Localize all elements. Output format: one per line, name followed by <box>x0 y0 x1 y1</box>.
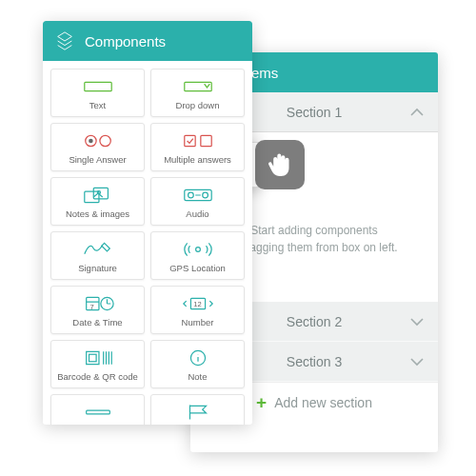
component-tile-gps-location[interactable]: GPS Location <box>150 231 245 280</box>
component-tile-number[interactable]: Number <box>150 286 245 334</box>
components-grid: TextDrop downSingle AnswerMultiple answe… <box>43 61 252 425</box>
audio-icon <box>181 185 215 206</box>
component-tile-barcode-qr-code[interactable]: Barcode & QR code <box>50 340 145 388</box>
chevron-up-icon <box>409 106 425 121</box>
components-panel: Components TextDrop downSingle AnswerMul… <box>43 21 252 425</box>
components-title: Components <box>85 33 166 50</box>
info-icon <box>181 347 215 368</box>
tile-label: Signature <box>78 263 117 273</box>
chevron-down-icon <box>409 355 425 370</box>
component-tile-date-time[interactable]: Date & Time <box>50 286 145 334</box>
barcode-icon <box>81 347 115 368</box>
date-icon <box>81 293 115 314</box>
tile-label: Text <box>89 100 106 110</box>
grab-hand-icon <box>255 140 305 189</box>
component-tile-signature[interactable]: Signature <box>50 231 145 280</box>
tile-label: Note <box>188 371 207 382</box>
component-tile-note[interactable]: Note <box>150 340 245 388</box>
dropzone-hint: Start adding components y dragging them … <box>230 222 397 256</box>
tile-label: Multiple answers <box>164 154 231 165</box>
section-label: Section 3 <box>287 354 342 369</box>
tile-label: Drop down <box>176 100 220 110</box>
tile-label: Notes & images <box>66 208 129 219</box>
component-tile-notes-images[interactable]: Notes & images <box>50 177 145 226</box>
component-tile-multiple-answers[interactable]: Multiple answers <box>150 123 245 171</box>
components-icon <box>54 30 75 51</box>
separator-icon <box>81 402 115 423</box>
tile-label: Barcode & QR code <box>57 371 138 382</box>
text-icon <box>81 76 115 97</box>
component-tile-feature-button[interactable]: Feature button <box>150 394 245 425</box>
component-tile-text[interactable]: Text <box>50 69 145 117</box>
chevron-down-icon <box>409 315 425 330</box>
tile-label: Audio <box>186 208 208 219</box>
components-header: Components <box>43 21 252 61</box>
images-icon <box>81 185 115 206</box>
component-tile-audio[interactable]: Audio <box>150 177 245 226</box>
signature-icon <box>81 239 115 260</box>
component-tile-single-answer[interactable]: Single Answer <box>50 123 145 171</box>
section-label: Section 1 <box>287 105 342 120</box>
tile-label: GPS Location <box>169 263 226 273</box>
component-tile-drop-down[interactable]: Drop down <box>150 69 245 117</box>
section-label: Section 2 <box>287 314 342 329</box>
checkbox-icon <box>181 130 215 151</box>
flag-icon <box>181 402 215 423</box>
gps-icon <box>181 239 215 260</box>
component-tile-separator[interactable]: Separator <box>50 394 145 425</box>
tile-label: Date & Time <box>72 317 122 327</box>
dropdown-icon <box>181 76 215 97</box>
number-icon <box>181 293 215 314</box>
add-section-label: Add new section <box>274 395 372 410</box>
tile-label: Number <box>182 317 214 327</box>
tile-label: Single Answer <box>69 154 126 165</box>
radio-icon <box>81 130 115 151</box>
